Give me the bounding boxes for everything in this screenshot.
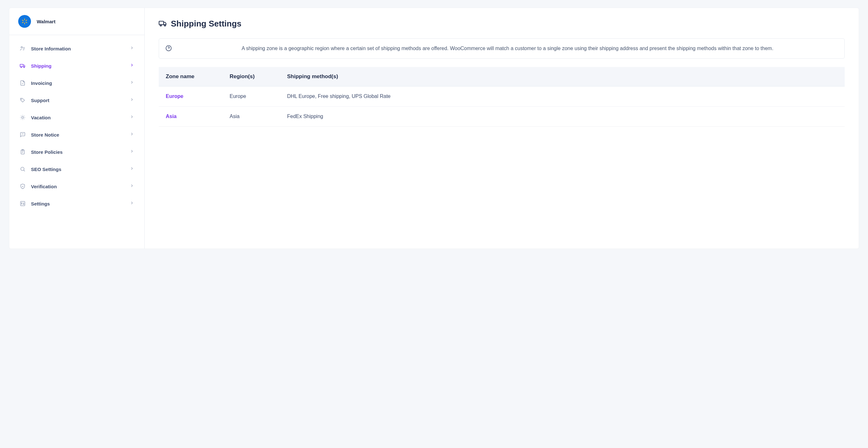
sidebar-header: Walmart (9, 8, 144, 35)
info-box: A shipping zone is a geographic region w… (159, 38, 845, 59)
sidebar-item-label: Store Information (31, 46, 125, 51)
sidebar-item-verification[interactable]: Verification (14, 178, 140, 195)
sidebar-item-settings[interactable]: Settings (14, 195, 140, 212)
help-circle-icon (165, 45, 172, 53)
svg-rect-3 (22, 22, 24, 23)
sidebar-item-label: Verification (31, 184, 125, 189)
svg-point-12 (24, 67, 25, 68)
sidebar-item-shipping[interactable]: Shipping (14, 58, 140, 74)
svg-rect-10 (20, 64, 23, 67)
sun-icon (20, 114, 26, 120)
tag-icon (20, 97, 26, 103)
svg-line-23 (24, 116, 24, 116)
svg-rect-31 (21, 201, 25, 206)
table-row: Europe Europe DHL Europe, Free shipping,… (159, 87, 845, 107)
chevron-right-icon (130, 46, 134, 51)
clipboard-icon (20, 149, 26, 155)
svg-point-38 (164, 25, 165, 26)
shipping-zones-table: Zone name Region(s) Shipping method(s) E… (159, 67, 845, 127)
svg-rect-36 (159, 21, 163, 25)
page-title-row: Shipping Settings (159, 19, 845, 29)
truck-icon (20, 63, 26, 69)
svg-rect-4 (22, 20, 24, 21)
main-content: Shipping Settings A shipping zone is a g… (145, 8, 859, 248)
table-header-row: Zone name Region(s) Shipping method(s) (159, 67, 845, 87)
sidebar-item-label: Store Notice (31, 132, 125, 138)
svg-rect-0 (24, 19, 25, 21)
chevron-right-icon (130, 132, 134, 138)
zone-link[interactable]: Europe (166, 94, 183, 99)
sidebar-item-label: Vacation (31, 115, 125, 120)
settings-card: Walmart Store Information Shipping (9, 8, 859, 249)
sidebar-item-vacation[interactable]: Vacation (14, 109, 140, 126)
column-header-zone: Zone name (159, 67, 223, 87)
chevron-right-icon (130, 183, 134, 189)
chevron-right-icon (130, 63, 134, 69)
search-icon (20, 166, 26, 172)
shield-check-icon (20, 183, 26, 189)
sidebar-nav: Store Information Shipping Invoicing (9, 35, 144, 217)
brand-logo (18, 15, 31, 28)
info-text: A shipping zone is a geographic region w… (177, 44, 838, 53)
truck-icon (159, 19, 167, 29)
zone-methods: DHL Europe, Free shipping, UPS Global Ra… (280, 87, 845, 107)
svg-rect-2 (26, 20, 28, 21)
sidebar-item-seo-settings[interactable]: SEO Settings (14, 161, 140, 177)
chevron-right-icon (130, 97, 134, 103)
sidebar-item-label: Settings (31, 201, 125, 206)
user-card-icon (20, 45, 26, 52)
chevron-right-icon (130, 149, 134, 155)
column-header-region: Region(s) (223, 67, 280, 87)
zone-methods: FedEx Shipping (280, 107, 845, 127)
sidebar-item-support[interactable]: Support (14, 92, 140, 108)
zone-region: Europe (223, 87, 280, 107)
chevron-right-icon (130, 201, 134, 206)
sidebar-item-invoicing[interactable]: Invoicing (14, 75, 140, 91)
svg-point-15 (22, 116, 24, 118)
sidebar: Walmart Store Information Shipping (9, 8, 145, 248)
zone-region: Asia (223, 107, 280, 127)
svg-point-35 (23, 204, 24, 204)
svg-point-11 (21, 67, 22, 68)
sidebar-item-store-information[interactable]: Store Information (14, 40, 140, 57)
chat-icon (20, 132, 26, 138)
table-row: Asia Asia FedEx Shipping (159, 107, 845, 127)
sidebar-item-label: Store Policies (31, 149, 125, 155)
svg-rect-5 (26, 22, 28, 23)
zone-link[interactable]: Asia (166, 113, 177, 119)
svg-point-37 (160, 25, 161, 26)
sliders-icon (20, 200, 26, 207)
chevron-right-icon (130, 80, 134, 86)
chevron-right-icon (130, 166, 134, 172)
sidebar-item-store-notice[interactable]: Store Notice (14, 126, 140, 143)
svg-point-39 (166, 46, 172, 51)
column-header-methods: Shipping method(s) (280, 67, 845, 87)
chevron-right-icon (130, 114, 134, 120)
sidebar-item-label: Support (31, 98, 125, 103)
page-title: Shipping Settings (171, 19, 242, 29)
svg-point-14 (21, 99, 22, 100)
svg-line-19 (24, 119, 24, 119)
sidebar-item-store-policies[interactable]: Store Policies (14, 144, 140, 160)
sidebar-item-label: Shipping (31, 63, 125, 69)
sidebar-item-label: Invoicing (31, 80, 125, 86)
walmart-spark-icon (21, 18, 28, 25)
brand-name: Walmart (37, 19, 56, 24)
svg-point-33 (21, 203, 22, 203)
svg-line-30 (24, 170, 25, 171)
sidebar-item-label: SEO Settings (31, 167, 125, 172)
svg-point-29 (21, 167, 24, 171)
svg-point-6 (21, 46, 23, 48)
document-icon (20, 80, 26, 86)
svg-rect-1 (24, 23, 25, 25)
